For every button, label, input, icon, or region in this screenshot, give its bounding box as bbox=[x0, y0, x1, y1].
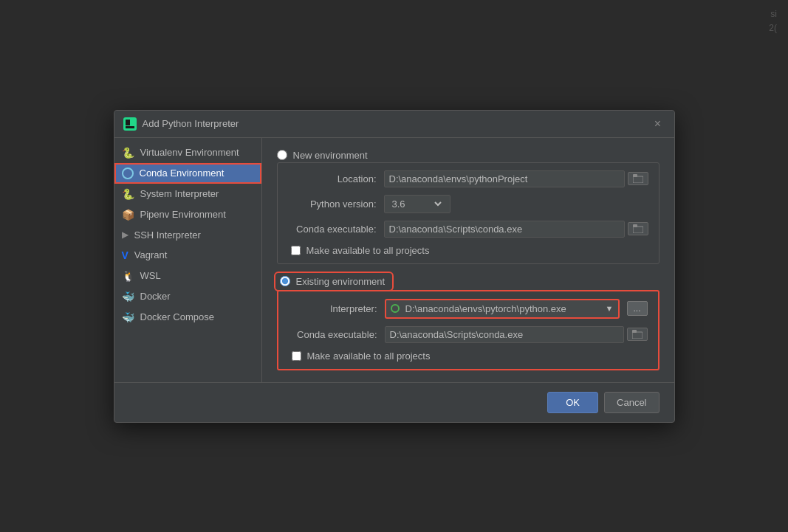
new-env-make-available-label: Make available to all projects bbox=[306, 245, 430, 256]
sidebar-label-system: System Interpreter bbox=[140, 188, 219, 199]
new-env-checkbox-row: Make available to all projects bbox=[288, 245, 648, 256]
dialog-overlay: si 2( Add Python Interpreter × bbox=[0, 0, 788, 532]
existing-conda-exe-input[interactable] bbox=[385, 326, 624, 343]
sys-icon: 🐍 bbox=[122, 188, 134, 200]
sidebar-item-wsl[interactable]: 🐧 WSL bbox=[114, 266, 261, 286]
main-content: New environment Location: bbox=[262, 138, 674, 382]
dialog-body: 🐍 Virtualenv Environment Conda Environme… bbox=[114, 138, 674, 382]
svg-rect-7 bbox=[632, 332, 643, 339]
conda-exe-label: Conda executable: bbox=[288, 224, 377, 235]
existing-env-radio-row: Existing environment bbox=[277, 274, 659, 289]
sidebar-label-wsl: WSL bbox=[140, 270, 161, 281]
new-env-radio[interactable] bbox=[277, 150, 287, 160]
svg-rect-1 bbox=[126, 120, 130, 125]
sidebar-label-vagrant: Vagrant bbox=[134, 249, 168, 260]
interpreter-ellipsis-button[interactable]: ... bbox=[627, 301, 648, 316]
svg-rect-5 bbox=[633, 227, 643, 233]
interpreter-row: Interpreter: ▼ ... bbox=[289, 299, 648, 319]
location-input-wrap bbox=[384, 170, 648, 187]
location-row: Location: bbox=[288, 170, 648, 187]
cancel-button[interactable]: Cancel bbox=[604, 392, 659, 413]
conda-exe-browse-button[interactable] bbox=[628, 222, 648, 235]
sidebar-label-docker: Docker bbox=[140, 291, 171, 302]
sidebar-label-ssh: SSH Interpreter bbox=[134, 229, 201, 241]
svg-rect-8 bbox=[632, 330, 637, 333]
sidebar-item-docker-compose[interactable]: 🐳 Docker Compose bbox=[114, 307, 261, 328]
new-env-section: New environment Location: bbox=[277, 150, 659, 264]
line-numbers: si 2( bbox=[769, 7, 777, 35]
close-button[interactable]: × bbox=[651, 117, 665, 131]
docker-compose-icon: 🐳 bbox=[122, 311, 134, 323]
venv-icon: 🐍 bbox=[122, 147, 134, 159]
pycharm-icon bbox=[123, 117, 137, 131]
wsl-icon: 🐧 bbox=[122, 270, 134, 282]
python-version-wrap: 3.6 3.7 3.8 3.9 3.10 bbox=[384, 195, 648, 213]
svg-rect-3 bbox=[633, 176, 643, 183]
existing-conda-exe-row: Conda executable: bbox=[289, 326, 648, 343]
interpreter-input[interactable] bbox=[402, 301, 600, 317]
existing-env-make-available-checkbox[interactable] bbox=[292, 351, 301, 361]
existing-env-make-available-label: Make available to all projects bbox=[307, 350, 431, 362]
svg-rect-6 bbox=[633, 224, 637, 227]
existing-env-section: Existing environment Interpreter: ▼ bbox=[277, 274, 659, 370]
interpreter-input-wrap: ▼ bbox=[385, 299, 620, 319]
sidebar-item-pipenv[interactable]: 📦 Pipenv Environment bbox=[114, 204, 261, 225]
sidebar-item-system[interactable]: 🐍 System Interpreter bbox=[114, 184, 261, 204]
sidebar-item-virtualenv[interactable]: 🐍 Virtualenv Environment bbox=[114, 142, 261, 163]
new-env-fields: Location: bbox=[277, 162, 659, 264]
sidebar-item-docker[interactable]: 🐳 Docker bbox=[114, 286, 261, 307]
existing-conda-exe-label: Conda executable: bbox=[289, 329, 377, 340]
sidebar-label-docker-compose: Docker Compose bbox=[140, 311, 214, 322]
location-browse-button[interactable] bbox=[628, 172, 648, 185]
conda-exe-row: Conda executable: bbox=[288, 221, 648, 238]
docker-icon: 🐳 bbox=[122, 291, 134, 303]
interpreter-status-dot bbox=[391, 304, 400, 313]
python-version-dropdown-wrap: 3.6 3.7 3.8 3.9 3.10 bbox=[384, 195, 450, 213]
dialog-titlebar: Add Python Interpreter × bbox=[114, 111, 674, 138]
interpreter-dropdown-button[interactable]: ▼ bbox=[603, 303, 617, 314]
svg-rect-2 bbox=[126, 126, 134, 128]
conda-exe-input[interactable] bbox=[384, 221, 625, 238]
sidebar-item-ssh[interactable]: ▶ SSH Interpreter bbox=[114, 225, 261, 245]
sidebar-item-vagrant[interactable]: V Vagrant bbox=[114, 245, 261, 266]
add-python-interpreter-dialog: Add Python Interpreter × 🐍 Virtualenv En… bbox=[114, 110, 675, 423]
existing-conda-exe-wrap bbox=[385, 326, 648, 343]
existing-env-fields: Interpreter: ▼ ... Conda executable: bbox=[277, 290, 659, 370]
dialog-title: Add Python Interpreter bbox=[143, 118, 239, 129]
vagrant-icon: V bbox=[122, 249, 129, 261]
location-input[interactable] bbox=[384, 170, 625, 187]
ok-button[interactable]: OK bbox=[547, 392, 598, 413]
python-version-select[interactable]: 3.6 3.7 3.8 3.9 3.10 bbox=[385, 196, 444, 213]
sidebar: 🐍 Virtualenv Environment Conda Environme… bbox=[114, 138, 262, 382]
conda-icon bbox=[122, 167, 134, 179]
sidebar-item-conda[interactable]: Conda Environment bbox=[114, 163, 261, 184]
location-label: Location: bbox=[288, 173, 377, 184]
interpreter-label: Interpreter: bbox=[289, 303, 377, 314]
title-left: Add Python Interpreter bbox=[123, 117, 239, 131]
existing-env-label: Existing environment bbox=[296, 276, 386, 287]
pipenv-icon: 📦 bbox=[122, 209, 134, 221]
python-version-row: Python version: 3.6 3.7 3.8 3.9 3.10 bbox=[288, 195, 648, 213]
sidebar-label-conda: Conda Environment bbox=[140, 167, 225, 179]
svg-rect-4 bbox=[633, 174, 637, 177]
existing-conda-exe-browse-button[interactable] bbox=[627, 328, 648, 341]
existing-env-radio[interactable] bbox=[280, 276, 290, 286]
python-version-label: Python version: bbox=[288, 198, 377, 210]
existing-env-checkbox-row: Make available to all projects bbox=[289, 350, 648, 362]
new-env-label: New environment bbox=[293, 150, 368, 161]
sidebar-label-pipenv: Pipenv Environment bbox=[140, 209, 226, 220]
conda-exe-input-wrap bbox=[384, 221, 648, 238]
sidebar-label-virtualenv: Virtualenv Environment bbox=[140, 147, 239, 158]
new-env-make-available-checkbox[interactable] bbox=[291, 246, 301, 255]
ssh-icon: ▶ bbox=[122, 229, 129, 240]
new-env-radio-row: New environment bbox=[277, 150, 659, 161]
dialog-footer: OK Cancel bbox=[114, 382, 674, 422]
existing-env-radio-highlight: Existing environment bbox=[277, 274, 391, 289]
